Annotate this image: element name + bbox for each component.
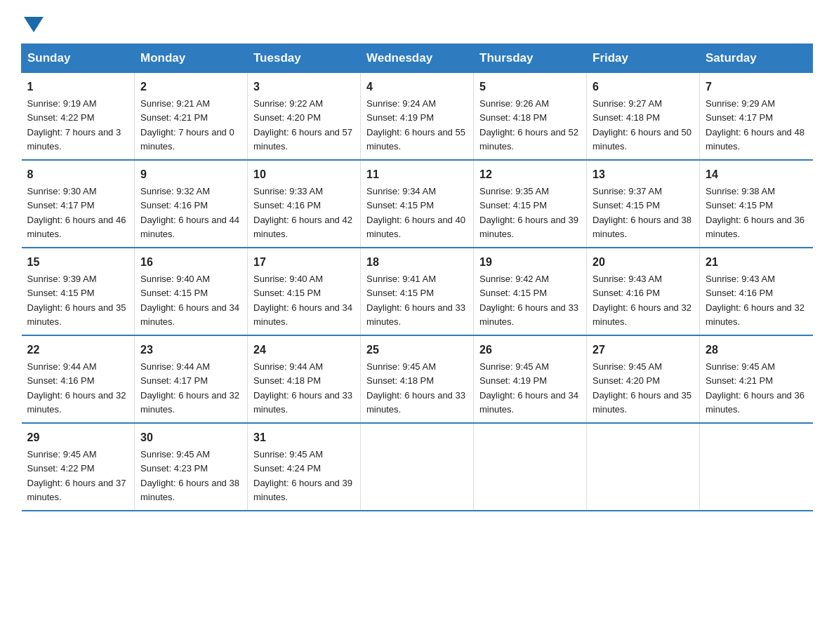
header-thursday: Thursday [474, 44, 587, 73]
header-tuesday: Tuesday [248, 44, 361, 73]
calendar-cell: 21Sunrise: 9:43 AMSunset: 4:16 PMDayligh… [700, 248, 813, 335]
header-saturday: Saturday [700, 44, 813, 73]
day-number: 16 [140, 254, 241, 271]
calendar-cell: 16Sunrise: 9:40 AMSunset: 4:15 PMDayligh… [135, 248, 248, 335]
day-info: Sunrise: 9:41 AMSunset: 4:15 PMDaylight:… [366, 274, 465, 327]
day-number: 10 [253, 166, 355, 183]
page-header [21, 14, 813, 29]
logo-arrow-icon [24, 17, 44, 32]
day-number: 17 [253, 254, 355, 271]
logo [21, 14, 44, 29]
calendar-cell: 18Sunrise: 9:41 AMSunset: 4:15 PMDayligh… [361, 248, 474, 335]
day-info: Sunrise: 9:39 AMSunset: 4:15 PMDaylight:… [27, 274, 126, 327]
day-info: Sunrise: 9:40 AMSunset: 4:15 PMDaylight:… [140, 274, 239, 327]
day-info: Sunrise: 9:43 AMSunset: 4:16 PMDaylight:… [706, 274, 805, 327]
day-number: 15 [27, 254, 129, 271]
week-row-2: 8Sunrise: 9:30 AMSunset: 4:17 PMDaylight… [22, 160, 813, 248]
calendar-cell: 31Sunrise: 9:45 AMSunset: 4:24 PMDayligh… [248, 423, 361, 511]
day-number: 18 [366, 254, 468, 271]
calendar-header-row: SundayMondayTuesdayWednesdayThursdayFrid… [22, 44, 813, 73]
day-number: 8 [27, 166, 129, 183]
calendar-cell: 4Sunrise: 9:24 AMSunset: 4:19 PMDaylight… [361, 73, 474, 161]
day-number: 7 [706, 79, 807, 95]
calendar-cell: 10Sunrise: 9:33 AMSunset: 4:16 PMDayligh… [248, 160, 361, 248]
day-info: Sunrise: 9:44 AMSunset: 4:18 PMDaylight:… [253, 361, 352, 415]
calendar-table: SundayMondayTuesdayWednesdayThursdayFrid… [21, 43, 813, 511]
calendar-cell: 13Sunrise: 9:37 AMSunset: 4:15 PMDayligh… [587, 160, 700, 248]
day-info: Sunrise: 9:37 AMSunset: 4:15 PMDaylight:… [593, 186, 691, 239]
day-info: Sunrise: 9:22 AMSunset: 4:20 PMDaylight:… [253, 98, 352, 152]
header-friday: Friday [587, 44, 700, 73]
day-number: 30 [140, 429, 241, 446]
day-number: 26 [479, 342, 581, 358]
day-info: Sunrise: 9:45 AMSunset: 4:18 PMDaylight:… [366, 361, 465, 415]
calendar-cell [700, 423, 813, 511]
day-number: 28 [706, 342, 807, 358]
day-info: Sunrise: 9:32 AMSunset: 4:16 PMDaylight:… [140, 186, 239, 239]
day-number: 24 [253, 342, 355, 358]
calendar-cell: 19Sunrise: 9:42 AMSunset: 4:15 PMDayligh… [474, 248, 587, 335]
calendar-cell: 11Sunrise: 9:34 AMSunset: 4:15 PMDayligh… [361, 160, 474, 248]
day-info: Sunrise: 9:38 AMSunset: 4:15 PMDaylight:… [706, 186, 805, 239]
day-info: Sunrise: 9:24 AMSunset: 4:19 PMDaylight:… [366, 98, 465, 152]
day-info: Sunrise: 9:40 AMSunset: 4:15 PMDaylight:… [253, 274, 352, 327]
calendar-cell: 2Sunrise: 9:21 AMSunset: 4:21 PMDaylight… [135, 73, 248, 161]
header-sunday: Sunday [22, 44, 135, 73]
day-info: Sunrise: 9:45 AMSunset: 4:23 PMDaylight:… [140, 449, 239, 502]
calendar-cell: 29Sunrise: 9:45 AMSunset: 4:22 PMDayligh… [22, 423, 135, 511]
day-info: Sunrise: 9:33 AMSunset: 4:16 PMDaylight:… [253, 186, 352, 239]
day-info: Sunrise: 9:43 AMSunset: 4:16 PMDaylight:… [593, 274, 691, 327]
header-monday: Monday [135, 44, 248, 73]
header-wednesday: Wednesday [361, 44, 474, 73]
day-info: Sunrise: 9:45 AMSunset: 4:20 PMDaylight:… [593, 361, 691, 415]
calendar-cell [474, 423, 587, 511]
calendar-cell: 28Sunrise: 9:45 AMSunset: 4:21 PMDayligh… [700, 335, 813, 423]
calendar-cell: 27Sunrise: 9:45 AMSunset: 4:20 PMDayligh… [587, 335, 700, 423]
day-number: 5 [479, 79, 581, 95]
week-row-3: 15Sunrise: 9:39 AMSunset: 4:15 PMDayligh… [22, 248, 813, 335]
day-number: 12 [479, 166, 581, 183]
calendar-cell: 12Sunrise: 9:35 AMSunset: 4:15 PMDayligh… [474, 160, 587, 248]
day-number: 14 [706, 166, 807, 183]
day-info: Sunrise: 9:34 AMSunset: 4:15 PMDaylight:… [366, 186, 465, 239]
day-number: 11 [366, 166, 468, 183]
day-info: Sunrise: 9:27 AMSunset: 4:18 PMDaylight:… [593, 98, 691, 152]
day-number: 31 [253, 429, 355, 446]
day-number: 22 [27, 342, 129, 358]
calendar-cell [587, 423, 700, 511]
day-info: Sunrise: 9:44 AMSunset: 4:16 PMDaylight:… [27, 361, 126, 415]
day-info: Sunrise: 9:30 AMSunset: 4:17 PMDaylight:… [27, 186, 126, 239]
day-number: 3 [253, 79, 355, 95]
calendar-cell: 7Sunrise: 9:29 AMSunset: 4:17 PMDaylight… [700, 73, 813, 161]
calendar-cell: 5Sunrise: 9:26 AMSunset: 4:18 PMDaylight… [474, 73, 587, 161]
day-number: 20 [593, 254, 694, 271]
week-row-4: 22Sunrise: 9:44 AMSunset: 4:16 PMDayligh… [22, 335, 813, 423]
calendar-cell: 30Sunrise: 9:45 AMSunset: 4:23 PMDayligh… [135, 423, 248, 511]
day-number: 4 [366, 79, 468, 95]
calendar-cell: 20Sunrise: 9:43 AMSunset: 4:16 PMDayligh… [587, 248, 700, 335]
calendar-cell: 23Sunrise: 9:44 AMSunset: 4:17 PMDayligh… [135, 335, 248, 423]
day-number: 9 [140, 166, 241, 183]
day-number: 6 [593, 79, 694, 95]
day-number: 1 [27, 79, 129, 95]
calendar-cell: 26Sunrise: 9:45 AMSunset: 4:19 PMDayligh… [474, 335, 587, 423]
day-number: 19 [479, 254, 581, 271]
day-number: 29 [27, 429, 129, 446]
day-number: 13 [593, 166, 694, 183]
day-number: 23 [140, 342, 241, 358]
calendar-cell: 1Sunrise: 9:19 AMSunset: 4:22 PMDaylight… [22, 73, 135, 161]
day-number: 27 [593, 342, 694, 358]
day-info: Sunrise: 9:21 AMSunset: 4:21 PMDaylight:… [140, 98, 234, 152]
day-number: 21 [706, 254, 807, 271]
calendar-cell: 15Sunrise: 9:39 AMSunset: 4:15 PMDayligh… [22, 248, 135, 335]
day-info: Sunrise: 9:42 AMSunset: 4:15 PMDaylight:… [479, 274, 578, 327]
day-info: Sunrise: 9:26 AMSunset: 4:18 PMDaylight:… [479, 98, 578, 152]
day-info: Sunrise: 9:45 AMSunset: 4:19 PMDaylight:… [479, 361, 578, 415]
day-number: 25 [366, 342, 468, 358]
day-info: Sunrise: 9:29 AMSunset: 4:17 PMDaylight:… [706, 98, 805, 152]
calendar-cell: 17Sunrise: 9:40 AMSunset: 4:15 PMDayligh… [248, 248, 361, 335]
calendar-cell: 24Sunrise: 9:44 AMSunset: 4:18 PMDayligh… [248, 335, 361, 423]
calendar-cell: 8Sunrise: 9:30 AMSunset: 4:17 PMDaylight… [22, 160, 135, 248]
calendar-cell: 25Sunrise: 9:45 AMSunset: 4:18 PMDayligh… [361, 335, 474, 423]
week-row-5: 29Sunrise: 9:45 AMSunset: 4:22 PMDayligh… [22, 423, 813, 511]
